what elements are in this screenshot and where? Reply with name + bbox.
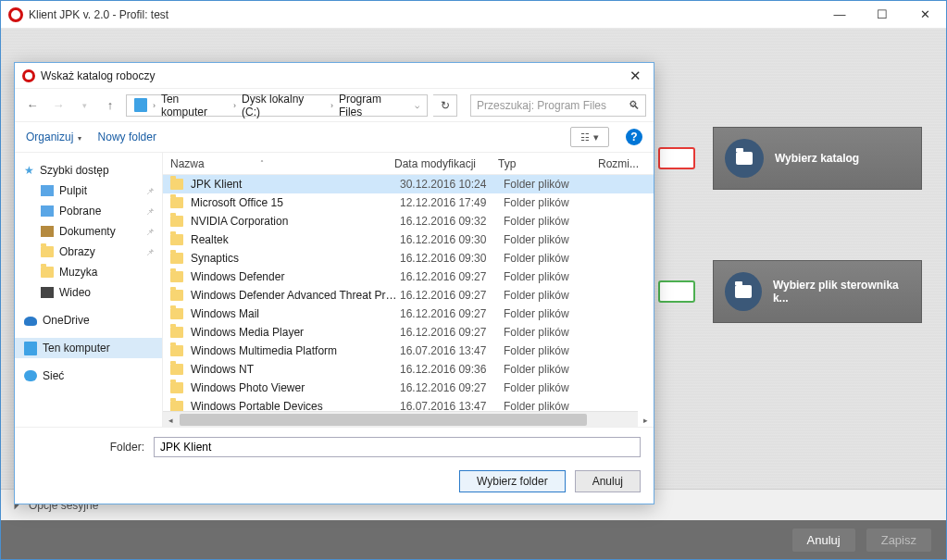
folder-icon xyxy=(41,205,54,217)
breadcrumb-root[interactable]: Ten komputer xyxy=(157,93,231,118)
main-cancel-button[interactable]: Anuluj xyxy=(792,529,855,552)
scroll-right-icon[interactable]: ▸ xyxy=(638,412,654,428)
list-item[interactable]: Synaptics16.12.2016 09:30Folder plików xyxy=(163,249,654,268)
folder-icon xyxy=(41,246,54,257)
horizontal-scrollbar[interactable]: ◂ ▸ xyxy=(163,411,638,427)
pin-icon: 📌︎ xyxy=(145,227,155,237)
this-pc[interactable]: Ten komputer xyxy=(15,338,162,358)
list-item[interactable]: JPK Klient30.12.2016 10:24Folder plików xyxy=(163,175,654,193)
select-driver-label: Wybierz plik sterownika k... xyxy=(773,279,910,305)
network-icon xyxy=(24,370,37,381)
maximize-button[interactable]: ☐ xyxy=(861,1,903,29)
view-mode-button[interactable]: ☷ ▾ xyxy=(570,127,609,147)
nav-tree: ★ Szybki dostęp Pulpit📌︎Pobrane📌︎Dokumen… xyxy=(15,153,163,427)
pin-icon: 📌︎ xyxy=(145,186,155,196)
folder-icon xyxy=(170,401,183,411)
breadcrumb-folder[interactable]: Program Files xyxy=(335,93,411,118)
network[interactable]: Sieć xyxy=(15,366,162,386)
select-driver-file-button[interactable]: Wybierz plik sterownika k... xyxy=(713,260,922,323)
chevron-down-icon: ▾ xyxy=(75,134,81,143)
folder-icon xyxy=(170,271,183,282)
new-folder-button[interactable]: Nowy folder xyxy=(98,131,156,143)
tree-item[interactable]: Pulpit📌︎ xyxy=(15,180,162,201)
list-item[interactable]: Windows Defender16.12.2016 09:27Folder p… xyxy=(163,268,654,286)
chevron-right-icon: › xyxy=(329,101,335,110)
list-item[interactable]: Windows Media Player16.12.2016 09:27Fold… xyxy=(163,323,654,342)
folder-icon xyxy=(170,327,183,338)
list-item[interactable]: Windows Defender Advanced Threat Pro...1… xyxy=(163,286,654,305)
list-rows: JPK Klient30.12.2016 10:24Folder plikówM… xyxy=(163,175,654,411)
nav-forward-button[interactable]: → xyxy=(48,95,69,116)
onedrive[interactable]: OneDrive xyxy=(15,310,162,330)
help-button[interactable]: ? xyxy=(626,129,642,145)
app-icon xyxy=(8,7,23,22)
cancel-button[interactable]: Anuluj xyxy=(575,470,641,492)
breadcrumb-dropdown[interactable]: ⌵ xyxy=(411,101,423,110)
main-save-button[interactable]: Zapisz xyxy=(866,529,931,552)
main-area: Wybierz katalog Wybierz plik sterownika … xyxy=(1,29,946,489)
col-size[interactable]: Rozmi... xyxy=(598,157,654,170)
folder-icon xyxy=(170,382,183,393)
list-item[interactable]: Microsoft Office 1512.12.2016 17:49Folde… xyxy=(163,193,654,212)
folder-icon xyxy=(170,290,183,301)
search-placeholder: Przeszukaj: Program Files xyxy=(477,99,606,112)
monitor-icon xyxy=(24,342,37,355)
list-item[interactable]: Windows Mail16.12.2016 09:27Folder plikó… xyxy=(163,305,654,323)
organize-button[interactable]: Organizuj ▾ xyxy=(26,131,81,143)
list-item[interactable]: Windows NT16.12.2016 09:36Folder plików xyxy=(163,360,654,379)
col-name[interactable]: Nazwa ˄ xyxy=(170,157,394,170)
list-item[interactable]: NVIDIA Corporation16.12.2016 09:32Folder… xyxy=(163,212,654,230)
file-list: Nazwa ˄ Data modyfikacji Typ Rozmi... JP… xyxy=(163,153,654,427)
select-folder-button[interactable]: Wybierz folder xyxy=(459,470,566,492)
tree-item[interactable]: Muzyka xyxy=(15,262,162,282)
status-indicator-green xyxy=(658,280,695,303)
search-input[interactable]: Przeszukaj: Program Files 🔍︎ xyxy=(470,94,646,117)
nav-back-button[interactable]: ← xyxy=(22,95,43,116)
folder-icon xyxy=(41,185,54,196)
tree-item[interactable]: Obrazy📌︎ xyxy=(15,242,162,262)
list-item[interactable]: Windows Multimedia Platform16.07.2016 13… xyxy=(163,342,654,360)
nav-up-button[interactable]: ↑ xyxy=(100,95,120,116)
col-date[interactable]: Data modyfikacji xyxy=(394,157,498,170)
folder-icon xyxy=(170,345,183,356)
folder-icon xyxy=(170,364,183,375)
minimize-button[interactable]: ― xyxy=(818,1,861,29)
main-window: Klient JPK v. 2.0 - Profil: test ― ☐ ✕ W… xyxy=(0,0,947,560)
main-content: Wybierz katalog Wybierz plik sterownika … xyxy=(1,29,946,520)
tree-item[interactable]: Dokumenty📌︎ xyxy=(15,221,162,242)
main-footer: Anuluj Zapisz xyxy=(1,520,946,559)
dialog-titlebar: Wskaż katalog roboczy ✕ xyxy=(15,63,654,89)
folder-icon xyxy=(725,272,762,311)
main-titlebar: Klient JPK v. 2.0 - Profil: test ― ☐ ✕ xyxy=(1,1,946,29)
folder-name-input[interactable] xyxy=(154,437,641,457)
main-title: Klient JPK v. 2.0 - Profil: test xyxy=(29,8,818,21)
chevron-right-icon: › xyxy=(151,101,157,110)
status-indicator-red xyxy=(658,147,695,169)
nav-recent-button[interactable]: ▾ xyxy=(74,95,94,116)
scroll-thumb[interactable] xyxy=(180,414,587,426)
folder-icon xyxy=(170,216,183,227)
close-button[interactable]: ✕ xyxy=(903,1,946,29)
pin-icon: 📌︎ xyxy=(145,206,155,217)
folder-picker-dialog: Wskaż katalog roboczy ✕ ← → ▾ ↑ › Ten ko… xyxy=(14,62,654,504)
list-item[interactable]: Windows Photo Viewer16.12.2016 09:27Fold… xyxy=(163,379,654,397)
search-icon: 🔍︎ xyxy=(629,99,640,112)
list-item[interactable]: Realtek16.12.2016 09:30Folder plików xyxy=(163,230,654,249)
list-header: Nazwa ˄ Data modyfikacji Typ Rozmi... xyxy=(163,153,654,175)
folder-icon xyxy=(170,179,183,190)
dialog-close-button[interactable]: ✕ xyxy=(622,68,648,84)
tree-item[interactable]: Pobrane📌︎ xyxy=(15,201,162,221)
tree-item[interactable]: Wideo xyxy=(15,282,162,303)
refresh-button[interactable]: ↻ xyxy=(433,94,457,117)
pin-icon: 📌︎ xyxy=(145,247,155,257)
breadcrumb[interactable]: › Ten komputer › Dysk lokalny (C:) › Pro… xyxy=(126,94,428,117)
col-type[interactable]: Typ xyxy=(498,157,598,170)
select-catalog-button[interactable]: Wybierz katalog xyxy=(713,127,922,190)
scroll-left-icon[interactable]: ◂ xyxy=(163,412,179,428)
cloud-icon xyxy=(24,317,37,326)
folder-icon xyxy=(170,308,183,319)
list-item[interactable]: Windows Portable Devices16.07.2016 13:47… xyxy=(163,397,654,411)
dialog-toolbar: Organizuj ▾ Nowy folder ☷ ▾ ? xyxy=(15,122,654,152)
breadcrumb-drive[interactable]: Dysk lokalny (C:) xyxy=(238,93,329,118)
quick-access[interactable]: ★ Szybki dostęp xyxy=(15,160,162,180)
